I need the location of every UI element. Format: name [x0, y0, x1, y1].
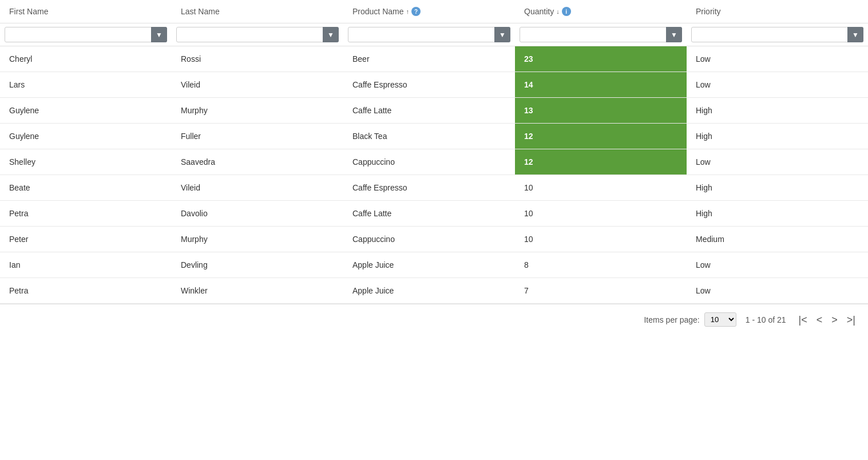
filter-input-lastname[interactable] [176, 27, 339, 42]
cell-product: Apple Juice [343, 252, 515, 278]
filter-button-product[interactable]: ▼ [494, 27, 510, 42]
cell-lastname: Davolio [172, 201, 343, 227]
cell-firstname: Beate [0, 175, 172, 201]
filter-icon-firstname: ▼ [156, 31, 162, 39]
next-page-button[interactable]: > [828, 314, 841, 326]
items-per-page-select[interactable]: 102550100 [704, 312, 736, 327]
cell-firstname: Cheryl [0, 46, 172, 72]
cell-firstname: Lars [0, 72, 172, 98]
table-row: PeterMurphyCappuccino10Medium [0, 227, 868, 252]
filter-row: ▼ ▼ ▼ [0, 23, 868, 46]
page-info: 1 - 10 of 21 [746, 315, 786, 324]
cell-product: Caffe Espresso [343, 175, 515, 201]
quantity-sort-icon[interactable]: ↓ [556, 8, 560, 15]
prev-page-button[interactable]: < [813, 314, 826, 326]
quantity-label: Quantity [524, 7, 554, 16]
cell-lastname: Murphy [172, 98, 343, 124]
table-row: CherylRossiBeer23Low [0, 46, 868, 72]
filter-input-quantity[interactable] [520, 27, 682, 42]
cell-lastname: Fuller [172, 124, 343, 149]
cell-lastname: Winkler [172, 278, 343, 304]
cell-priority: Low [687, 149, 868, 175]
cell-quantity: 12 [515, 149, 687, 175]
cell-firstname: Guylene [0, 98, 172, 124]
product-sort-icon[interactable]: ↑ [406, 8, 409, 15]
lastname-label: Last Name [181, 7, 220, 16]
product-label: Product Name [352, 7, 403, 16]
cell-firstname: Petra [0, 278, 172, 304]
cell-priority: Low [687, 278, 868, 304]
cell-priority: Low [687, 46, 868, 72]
filter-button-quantity[interactable]: ▼ [666, 27, 682, 42]
items-per-page-label: Items per page: [644, 315, 699, 324]
filter-input-product[interactable] [348, 27, 510, 42]
cell-product: Caffe Espresso [343, 72, 515, 98]
filter-input-priority[interactable] [691, 27, 863, 42]
data-table: First Name Last Name Product Name ↑ ? [0, 0, 868, 304]
cell-product: Apple Juice [343, 278, 515, 304]
cell-lastname: Vileid [172, 72, 343, 98]
cell-product: Cappuccino [343, 227, 515, 252]
cell-firstname: Petra [0, 201, 172, 227]
cell-quantity: 14 [515, 72, 687, 98]
filter-wrap-product: ▼ [348, 27, 510, 42]
quantity-info-icon[interactable]: i [562, 7, 571, 16]
table-row: BeateVileidCaffe Espresso10High [0, 175, 868, 201]
filter-cell-product: ▼ [343, 23, 515, 46]
filter-button-firstname[interactable]: ▼ [151, 27, 167, 42]
filter-cell-quantity: ▼ [515, 23, 687, 46]
table-row: GuyleneMurphyCaffe Latte13High [0, 98, 868, 124]
filter-button-lastname[interactable]: ▼ [323, 27, 339, 42]
cell-firstname: Peter [0, 227, 172, 252]
column-headers-row: First Name Last Name Product Name ↑ ? [0, 0, 868, 23]
table-row: PetraDavolioCaffe Latte10High [0, 201, 868, 227]
cell-lastname: Murphy [172, 227, 343, 252]
filter-wrap-lastname: ▼ [176, 27, 339, 42]
first-page-button[interactable]: |< [795, 314, 811, 326]
cell-firstname: Ian [0, 252, 172, 278]
pagination-row: Items per page: 102550100 1 - 10 of 21 |… [0, 304, 868, 335]
cell-lastname: Saavedra [172, 149, 343, 175]
cell-priority: High [687, 124, 868, 149]
filter-icon-priority: ▼ [852, 31, 859, 39]
firstname-label: First Name [9, 7, 48, 16]
cell-priority: Low [687, 252, 868, 278]
last-page-button[interactable]: >| [843, 314, 859, 326]
filter-cell-lastname: ▼ [172, 23, 343, 46]
table-row: PetraWinklerApple Juice7Low [0, 278, 868, 304]
cell-priority: High [687, 175, 868, 201]
cell-product: Caffe Latte [343, 201, 515, 227]
table-row: IanDevlingApple Juice8Low [0, 252, 868, 278]
filter-button-priority[interactable]: ▼ [847, 27, 863, 42]
cell-lastname: Vileid [172, 175, 343, 201]
col-header-priority: Priority [687, 0, 868, 23]
cell-firstname: Guylene [0, 124, 172, 149]
filter-input-firstname[interactable] [5, 27, 167, 42]
col-header-lastname: Last Name [172, 0, 343, 23]
product-info-icon[interactable]: ? [411, 7, 421, 16]
filter-icon-quantity: ▼ [671, 31, 677, 39]
cell-quantity: 7 [515, 278, 687, 304]
cell-lastname: Devling [172, 252, 343, 278]
col-header-product[interactable]: Product Name ↑ ? [343, 0, 515, 23]
cell-product: Cappuccino [343, 149, 515, 175]
filter-icon-lastname: ▼ [327, 31, 334, 39]
table-row: LarsVileidCaffe Espresso14Low [0, 72, 868, 98]
cell-priority: High [687, 201, 868, 227]
cell-product: Black Tea [343, 124, 515, 149]
cell-product: Beer [343, 46, 515, 72]
table-body: CherylRossiBeer23LowLarsVileidCaffe Espr… [0, 46, 868, 304]
cell-lastname: Rossi [172, 46, 343, 72]
filter-wrap-quantity: ▼ [520, 27, 682, 42]
cell-priority: Medium [687, 227, 868, 252]
table-row: GuyleneFullerBlack Tea12High [0, 124, 868, 149]
filter-wrap-priority: ▼ [691, 27, 863, 42]
cell-priority: High [687, 98, 868, 124]
col-header-quantity[interactable]: Quantity ↓ i [515, 0, 687, 23]
items-per-page-group: Items per page: 102550100 [644, 312, 736, 327]
cell-quantity: 8 [515, 252, 687, 278]
filter-cell-firstname: ▼ [0, 23, 172, 46]
cell-quantity: 13 [515, 98, 687, 124]
page-nav-group: |< < > >| [795, 314, 859, 326]
cell-priority: Low [687, 72, 868, 98]
